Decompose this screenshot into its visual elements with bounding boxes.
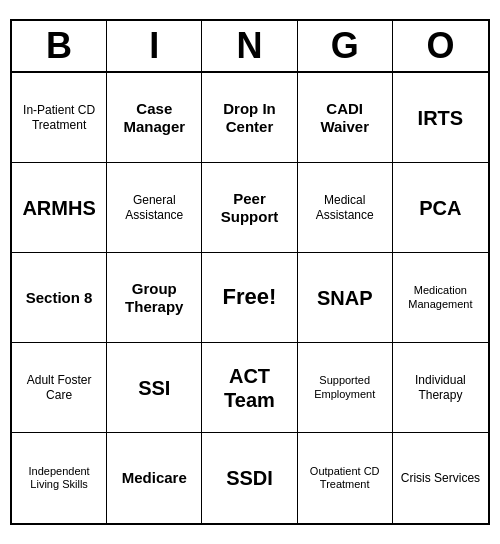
cell-label: Free! bbox=[223, 284, 277, 310]
cell-label: Outpatient CD Treatment bbox=[302, 465, 388, 491]
grid-cell-0-4: IRTS bbox=[393, 73, 488, 163]
cell-label: IRTS bbox=[418, 106, 464, 130]
cell-label: SSDI bbox=[226, 466, 273, 490]
grid-cell-3-3: Supported Employment bbox=[298, 343, 393, 433]
grid-cell-1-0: ARMHS bbox=[12, 163, 107, 253]
cell-label: CADI Waiver bbox=[302, 100, 388, 136]
grid-cell-3-4: Individual Therapy bbox=[393, 343, 488, 433]
header-letter: B bbox=[12, 21, 107, 71]
grid-cell-4-2: SSDI bbox=[202, 433, 297, 523]
cell-label: PCA bbox=[419, 196, 461, 220]
cell-label: Crisis Services bbox=[401, 471, 480, 485]
grid-cell-0-2: Drop In Center bbox=[202, 73, 297, 163]
cell-label: SNAP bbox=[317, 286, 373, 310]
cell-label: Independent Living Skills bbox=[16, 465, 102, 491]
grid-cell-0-3: CADI Waiver bbox=[298, 73, 393, 163]
cell-label: Group Therapy bbox=[111, 280, 197, 316]
cell-label: Case Manager bbox=[111, 100, 197, 136]
cell-label: In-Patient CD Treatment bbox=[16, 103, 102, 132]
cell-label: Section 8 bbox=[26, 289, 93, 307]
grid-cell-3-1: SSI bbox=[107, 343, 202, 433]
grid-cell-2-0: Section 8 bbox=[12, 253, 107, 343]
header-letter: G bbox=[298, 21, 393, 71]
grid-cell-1-2: Peer Support bbox=[202, 163, 297, 253]
grid-cell-2-4: Medication Management bbox=[393, 253, 488, 343]
bingo-grid: In-Patient CD TreatmentCase ManagerDrop … bbox=[12, 73, 488, 523]
grid-cell-3-0: Adult Foster Care bbox=[12, 343, 107, 433]
cell-label: ARMHS bbox=[22, 196, 95, 220]
bingo-card: BINGO In-Patient CD TreatmentCase Manage… bbox=[10, 19, 490, 525]
cell-label: Peer Support bbox=[206, 190, 292, 226]
cell-label: Adult Foster Care bbox=[16, 373, 102, 402]
cell-label: Individual Therapy bbox=[397, 373, 484, 402]
grid-cell-4-1: Medicare bbox=[107, 433, 202, 523]
grid-cell-2-2: Free! bbox=[202, 253, 297, 343]
grid-cell-1-1: General Assistance bbox=[107, 163, 202, 253]
cell-label: Medicare bbox=[122, 469, 187, 487]
grid-cell-4-3: Outpatient CD Treatment bbox=[298, 433, 393, 523]
cell-label: Medication Management bbox=[397, 284, 484, 310]
grid-cell-4-4: Crisis Services bbox=[393, 433, 488, 523]
grid-cell-0-1: Case Manager bbox=[107, 73, 202, 163]
cell-label: ACT Team bbox=[206, 364, 292, 412]
cell-label: Drop In Center bbox=[206, 100, 292, 136]
header-letter: O bbox=[393, 21, 488, 71]
grid-cell-4-0: Independent Living Skills bbox=[12, 433, 107, 523]
grid-cell-1-4: PCA bbox=[393, 163, 488, 253]
cell-label: Medical Assistance bbox=[302, 193, 388, 222]
grid-cell-2-1: Group Therapy bbox=[107, 253, 202, 343]
cell-label: General Assistance bbox=[111, 193, 197, 222]
cell-label: SSI bbox=[138, 376, 170, 400]
grid-cell-1-3: Medical Assistance bbox=[298, 163, 393, 253]
header-letter: N bbox=[202, 21, 297, 71]
bingo-header: BINGO bbox=[12, 21, 488, 73]
grid-cell-2-3: SNAP bbox=[298, 253, 393, 343]
header-letter: I bbox=[107, 21, 202, 71]
grid-cell-0-0: In-Patient CD Treatment bbox=[12, 73, 107, 163]
cell-label: Supported Employment bbox=[302, 374, 388, 400]
grid-cell-3-2: ACT Team bbox=[202, 343, 297, 433]
